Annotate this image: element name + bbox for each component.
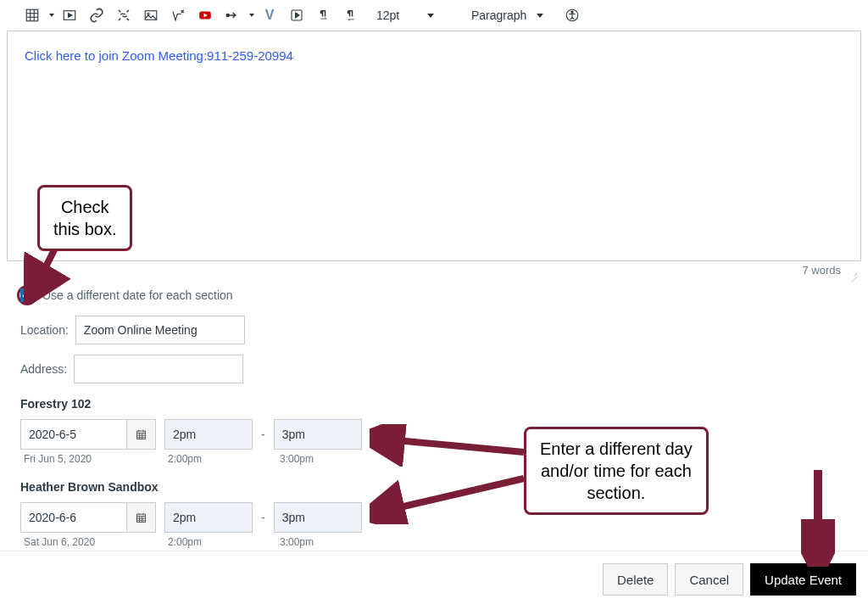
section-2-start-display: 2:00pm: [164, 536, 253, 548]
editor-footer: 7 words: [0, 261, 868, 282]
callout-check-box: Check this box.: [37, 185, 132, 251]
section-2-end-input[interactable]: [274, 502, 362, 533]
location-input[interactable]: [75, 316, 245, 344]
external-tool-icon[interactable]: [220, 3, 244, 27]
ltr-icon[interactable]: [312, 3, 336, 27]
section-1-end-input[interactable]: [274, 419, 362, 450]
resize-handle-icon[interactable]: [846, 265, 858, 277]
section-2-start-input[interactable]: [164, 502, 253, 533]
section-1-start-input[interactable]: [164, 419, 253, 450]
svg-point-13: [226, 14, 229, 17]
equation-icon[interactable]: [166, 3, 190, 27]
section-2-date-display: Sat Jun 6, 2020: [20, 536, 156, 548]
cancel-button[interactable]: Cancel: [675, 563, 743, 596]
media-icon[interactable]: [58, 3, 81, 27]
rce-toolbar: V 12pt Paragraph: [0, 0, 868, 31]
section-1-date-display: Fri Jun 5, 2020: [20, 453, 156, 465]
arrow-times-1: [370, 424, 531, 467]
time-dash: -: [261, 428, 265, 441]
svg-line-38: [378, 478, 524, 512]
rce-editor[interactable]: Click here to join Zoom Meeting:911-259-…: [7, 31, 861, 261]
svg-marker-6: [69, 14, 73, 18]
accessibility-icon[interactable]: [560, 3, 584, 27]
section-1-date-wrap: [20, 419, 156, 450]
font-size-select[interactable]: 12pt: [371, 7, 439, 24]
arrow-times-2: [370, 473, 531, 524]
link-icon[interactable]: [85, 3, 108, 27]
word-count: 7 words: [802, 264, 841, 277]
zoom-link[interactable]: Click here to join Zoom Meeting:911-259-…: [25, 48, 293, 63]
footer: Delete Cancel Update Event: [0, 551, 868, 596]
editor-content[interactable]: Click here to join Zoom Meeting:911-259-…: [25, 48, 843, 63]
section-2-date-input[interactable]: [21, 503, 126, 532]
address-row: Address:: [0, 350, 868, 389]
section-1-title: Forestry 102: [20, 397, 848, 411]
section-1-start-display: 2:00pm: [164, 453, 253, 465]
calendar-icon[interactable]: [126, 503, 155, 532]
svg-point-17: [571, 11, 573, 13]
v-icon[interactable]: V: [258, 3, 281, 27]
time-dash: -: [261, 511, 265, 524]
callout-enter-times: Enter a different day and/or time for ea…: [524, 427, 709, 515]
svg-marker-15: [296, 13, 300, 18]
location-label: Location:: [20, 323, 69, 337]
image-icon[interactable]: [139, 3, 163, 27]
calendar-icon[interactable]: [126, 420, 155, 449]
block-style-select[interactable]: Paragraph: [466, 7, 548, 24]
font-size-label: 12pt: [376, 8, 399, 22]
table-dropdown[interactable]: [47, 3, 54, 27]
address-input[interactable]: [74, 355, 243, 383]
location-row: Location:: [0, 310, 868, 350]
unlink-icon[interactable]: [112, 3, 136, 27]
arrow-update: [801, 465, 835, 567]
svg-rect-0: [26, 9, 38, 21]
play-icon[interactable]: [285, 3, 309, 27]
svg-line-36: [378, 439, 524, 452]
delete-button[interactable]: Delete: [603, 563, 668, 596]
address-label: Address:: [20, 362, 67, 376]
block-style-label: Paragraph: [471, 8, 526, 22]
section-2-date-wrap: [20, 502, 156, 533]
section-1-date-input[interactable]: [21, 420, 126, 449]
youtube-icon[interactable]: [193, 3, 217, 27]
table-icon[interactable]: [20, 3, 44, 27]
external-dropdown[interactable]: [248, 3, 254, 27]
rtl-icon[interactable]: [339, 3, 363, 27]
different-dates-row: Use a different date for each section: [0, 282, 868, 310]
section-1-end-display: 3:00pm: [276, 453, 364, 465]
section-2-end-display: 3:00pm: [276, 536, 364, 548]
update-event-button[interactable]: Update Event: [750, 563, 856, 596]
